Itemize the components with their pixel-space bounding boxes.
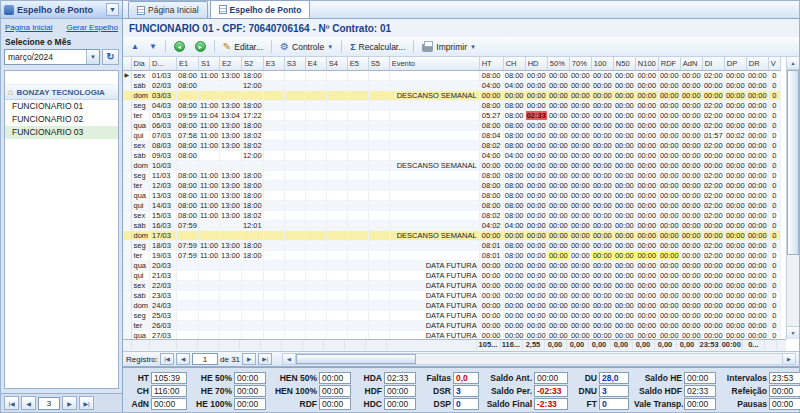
cell-e4[interactable] [305,200,326,210]
cell-di[interactable]: 02:00 [702,210,724,220]
cell-s1[interactable]: 11:00 [198,180,219,190]
cell-dr[interactable]: 00:00 [746,210,768,220]
cell-evento[interactable] [389,70,479,80]
cell-rdf[interactable]: 00:00 [658,130,680,140]
cell-s5[interactable] [368,210,389,220]
cell-adn[interactable]: 00:00 [680,190,702,200]
cell-ch[interactable]: 00:00 [503,260,525,270]
cell-p70[interactable]: 00:00 [569,240,591,250]
cell-adn[interactable]: 00:00 [680,120,702,130]
cell-s4[interactable] [326,290,347,300]
cell-adn[interactable]: 00:00 [680,140,702,150]
cell-rdf[interactable]: 00:00 [658,70,680,80]
cell-e4[interactable] [305,70,326,80]
cell-hd[interactable]: 00:00 [525,270,547,280]
cell-ch[interactable]: 00:00 [503,310,525,320]
cell-c100[interactable]: 00:00 [591,80,613,90]
cell-e5[interactable] [347,200,368,210]
cell-di[interactable]: 02:00 [702,70,724,80]
cell-p50[interactable]: 00:00 [547,110,569,120]
cell-p50[interactable]: 00:00 [547,120,569,130]
cell-s2[interactable]: 12:01 [241,220,263,230]
company-node[interactable]: ⌂ BONZAY TECNOLOGIA [5,85,118,100]
cell-n100[interactable]: 00:00 [635,90,658,100]
cell-dp[interactable]: 00:00 [724,90,746,100]
cell-s2[interactable]: 18:00 [241,100,263,110]
cell-n50[interactable]: 00:00 [613,170,635,180]
cell-v[interactable]: 0 [768,90,780,100]
cell-e3[interactable] [263,290,284,300]
cell-s4[interactable] [326,260,347,270]
cell-adn[interactable]: 00:00 [680,160,702,170]
cell-p50[interactable]: 00:00 [547,130,569,140]
col-evento[interactable]: Evento [389,57,479,70]
cell-e5[interactable] [347,320,368,330]
cell-s5[interactable] [368,130,389,140]
cell-adn[interactable]: 00:00 [680,280,702,290]
horizontal-scroll-thumb[interactable] [296,354,416,364]
cell-ch[interactable]: 00:00 [503,300,525,310]
cell-n50[interactable]: 00:00 [613,270,635,280]
cell-ht[interactable]: 08:02 [479,140,503,150]
cell-s2[interactable]: 18:00 [241,240,263,250]
cell-dia[interactable]: qua [131,190,150,200]
cell-v[interactable]: 0 [768,250,780,260]
cell-e1[interactable] [177,90,199,100]
cell-s2[interactable]: 18:02 [241,140,263,150]
cell-e3[interactable] [263,230,284,240]
cell-adn[interactable]: 00:00 [680,250,702,260]
cell-e2[interactable]: 13:00 [220,180,242,190]
cell-dp[interactable]: 00:00 [724,220,746,230]
col-ch[interactable]: CH [503,57,525,70]
cell-s5[interactable] [368,170,389,180]
cell-e5[interactable] [347,150,368,160]
cell-e2[interactable] [220,230,242,240]
cell-e4[interactable] [305,180,326,190]
cell-s2[interactable]: 17:22 [241,110,263,120]
cell-dia[interactable]: sex [131,280,150,290]
cell-c100[interactable]: 00:00 [591,250,613,260]
cell-ch[interactable]: 08:00 [503,100,525,110]
cell-dia[interactable]: sáb [131,80,150,90]
cell-e3[interactable] [263,300,284,310]
cell-adn[interactable]: 00:00 [680,230,702,240]
cell-dp[interactable]: 00:00 [724,180,746,190]
prev-page-icon[interactable]: ◀ [21,396,36,410]
col-di[interactable]: DI [702,57,724,70]
cell-e4[interactable] [305,120,326,130]
cell-s3[interactable] [284,190,305,200]
grid-row[interactable]: sex08/0308:0011:0013:0018:0208:0208:0000… [123,140,780,150]
cell-dr[interactable]: 00:00 [746,270,768,280]
cell-s5[interactable] [368,280,389,290]
cell-e5[interactable] [347,300,368,310]
chevron-down-icon[interactable]: ▼ [106,3,119,16]
cell-s3[interactable] [284,220,305,230]
cell-v[interactable]: 0 [768,210,780,220]
cell-p70[interactable]: 00:00 [569,280,591,290]
cell-s5[interactable] [368,290,389,300]
cell-hd[interactable]: 00:00 [525,280,547,290]
cell-evento[interactable] [389,150,479,160]
cell-dp[interactable]: 00:00 [724,240,746,250]
grid-row[interactable]: sáb02/0308:0012:0004:0004:0000:0000:0000… [123,80,780,90]
cell-ch[interactable]: 04:00 [503,220,525,230]
cell-s2[interactable] [241,310,263,320]
cell-data[interactable]: 24/03 [150,300,177,310]
cell-s3[interactable] [284,90,305,100]
cell-p70[interactable]: 00:00 [569,320,591,330]
cell-dia[interactable]: ter [131,180,150,190]
cell-s2[interactable] [241,290,263,300]
cell-n100[interactable]: 00:00 [635,230,658,240]
cell-data[interactable]: 22/03 [150,280,177,290]
cell-evento[interactable]: DATA FUTURA [389,280,479,290]
cell-e3[interactable] [263,260,284,270]
cell-hd[interactable]: 02:33 [525,110,547,120]
cell-s2[interactable]: 12:00 [241,80,263,90]
cell-e4[interactable] [305,300,326,310]
cell-e2[interactable]: 13:04 [220,110,242,120]
cell-adn[interactable]: 00:00 [680,130,702,140]
cell-rdf[interactable]: 00:00 [658,260,680,270]
cell-n100[interactable]: 00:00 [635,210,658,220]
cell-s1[interactable] [198,80,219,90]
first-record-icon[interactable]: |◀ [160,353,174,365]
